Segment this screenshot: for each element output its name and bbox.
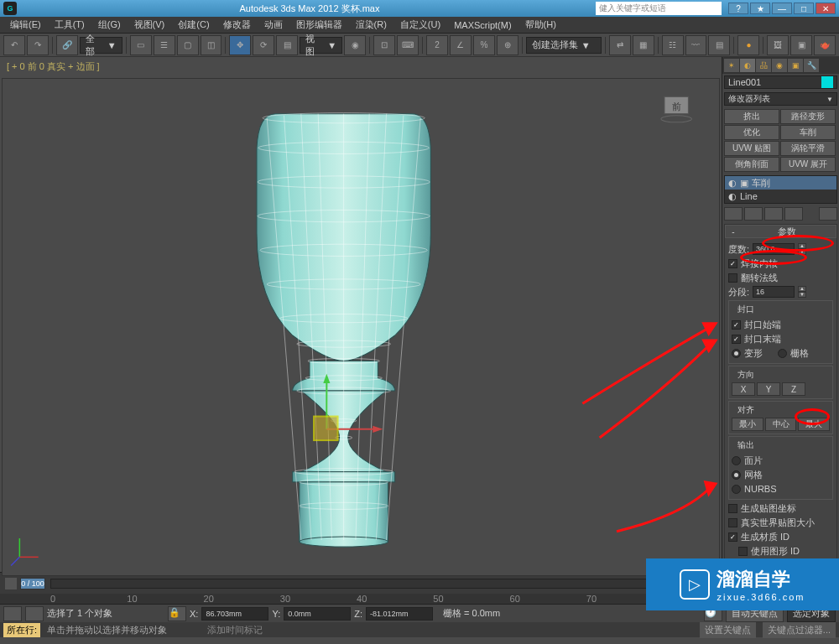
render-frame-button[interactable]: ▣ <box>790 35 812 55</box>
align-center-button[interactable]: 中心 <box>765 418 797 431</box>
degree-spin-buttons[interactable]: ▲▼ <box>798 243 806 255</box>
flip-normals-checkbox[interactable] <box>728 273 737 283</box>
align-max-button[interactable]: 最大 <box>798 418 830 431</box>
cap-end-checkbox[interactable]: ✓ <box>732 335 741 344</box>
help-search-input[interactable]: 健入关键字或短语 <box>596 2 722 15</box>
grid-radio[interactable] <box>778 349 787 358</box>
cap-start-checkbox[interactable]: ✓ <box>732 320 741 330</box>
select-button[interactable]: ▭ <box>130 35 152 55</box>
menu-grapheditor[interactable]: 图形编辑器 <box>289 18 349 31</box>
use-shapeid-checkbox[interactable] <box>738 547 748 556</box>
mod-lathe-button[interactable]: 车削 <box>780 125 836 140</box>
viewport-label[interactable]: [ + 0 前 0 真实 + 边面 ] <box>0 57 722 76</box>
modifier-stack[interactable]: ◐▣ 车削 ◐ Line <box>724 175 837 204</box>
mod-uvwunwrap-button[interactable]: UVW 展开 <box>780 157 836 172</box>
display-tab-icon[interactable]: ▣ <box>788 59 803 72</box>
modifier-list-combo[interactable]: 修改器列表 <box>724 92 837 106</box>
mod-uvwmap-button[interactable]: UVW 贴图 <box>724 141 779 156</box>
z-coord-input[interactable]: -81.012mm <box>366 607 433 621</box>
setkey-button[interactable]: 设置关键点 <box>700 622 756 638</box>
gen-mapping-checkbox[interactable] <box>728 504 737 513</box>
material-editor-button[interactable]: ● <box>737 35 759 55</box>
mod-turbosmooth-button[interactable]: 涡轮平滑 <box>780 141 836 156</box>
menu-tools[interactable]: 工具(T) <box>48 18 91 31</box>
selection-scope-combo[interactable]: 全部▼ <box>80 37 122 54</box>
params-rollout-header[interactable]: 参数 <box>725 225 836 238</box>
minimize-button[interactable]: — <box>772 3 792 14</box>
menu-view[interactable]: 视图(V) <box>128 18 172 31</box>
manip-button[interactable]: ⊡ <box>373 35 395 55</box>
menu-animation[interactable]: 动画 <box>258 18 289 31</box>
menu-help[interactable]: 帮助(H) <box>519 18 563 31</box>
ref-coord-combo[interactable]: 视图▼ <box>300 37 342 54</box>
weld-core-checkbox[interactable]: ✓ <box>728 259 737 268</box>
align-button[interactable]: ▦ <box>633 35 654 55</box>
layer-button[interactable]: ☷ <box>662 35 684 55</box>
menu-modifiers[interactable]: 修改器 <box>216 18 258 31</box>
render-setup-button[interactable]: 🖼 <box>767 35 789 55</box>
modstack-lathe-item[interactable]: ◐▣ 车削 <box>725 176 836 190</box>
real-world-checkbox[interactable] <box>728 518 737 527</box>
info-button[interactable]: ? <box>728 3 748 14</box>
axis-z-button[interactable]: Z <box>782 382 805 396</box>
pin-stack-button[interactable] <box>724 207 743 221</box>
axis-x-button[interactable]: X <box>732 382 755 396</box>
add-time-tag[interactable]: 添加时间标记 <box>207 624 263 636</box>
isolate-button[interactable] <box>25 606 44 621</box>
keyboard-button[interactable]: ⌨ <box>397 35 419 55</box>
mod-pathdeform-button[interactable]: 路径变形 <box>780 109 836 124</box>
maxscript-mini-button[interactable] <box>3 606 22 621</box>
utilities-tab-icon[interactable]: 🔧 <box>804 59 819 72</box>
curve-editor-button[interactable]: 〰 <box>685 35 707 55</box>
configure-sets-button[interactable] <box>819 207 837 221</box>
snap-percent-button[interactable]: % <box>473 35 495 55</box>
unique-button[interactable] <box>764 207 783 221</box>
menu-render[interactable]: 渲染(R) <box>349 18 393 31</box>
show-end-button[interactable] <box>744 207 763 221</box>
redo-button[interactable]: ↷ <box>27 35 49 55</box>
timeline-toggle-icon[interactable] <box>5 578 17 589</box>
segments-spinner[interactable]: 16 <box>753 286 795 298</box>
output-nurbs-radio[interactable] <box>732 485 741 494</box>
output-mesh-radio[interactable] <box>732 470 741 480</box>
render-button[interactable]: 🫖 <box>814 35 836 55</box>
gen-matid-checkbox[interactable]: ✓ <box>728 532 737 542</box>
star-button[interactable]: ★ <box>750 3 770 14</box>
select-name-button[interactable]: ☰ <box>154 35 175 55</box>
modstack-line-item[interactable]: ◐ Line <box>725 190 836 203</box>
menu-maxscript[interactable]: MAXScript(M) <box>447 20 518 30</box>
x-coord-input[interactable]: 86.703mm <box>201 607 268 621</box>
mod-optimize-button[interactable]: 优化 <box>724 125 779 140</box>
rotate-button[interactable]: ⟳ <box>253 35 274 55</box>
keyfilter-button[interactable]: 关键点过滤器... <box>763 622 836 638</box>
snap-angle-button[interactable]: ∠ <box>450 35 472 55</box>
menu-customize[interactable]: 自定义(U) <box>393 18 447 31</box>
modify-tab-icon[interactable]: ◐ <box>740 59 755 72</box>
menu-edit[interactable]: 编辑(E) <box>3 18 48 31</box>
snap-2d-button[interactable]: 2 <box>426 35 448 55</box>
window-crossing-button[interactable]: ◫ <box>201 35 222 55</box>
object-name-field[interactable]: Line001 <box>724 75 837 89</box>
menu-create[interactable]: 创建(C) <box>171 18 216 31</box>
morph-radio[interactable] <box>732 349 741 358</box>
axis-y-button[interactable]: Y <box>757 382 780 396</box>
hierarchy-tab-icon[interactable]: 品 <box>756 59 771 72</box>
object-color-swatch[interactable] <box>821 76 833 88</box>
lock-selection-button[interactable]: 🔒 <box>168 606 186 621</box>
mirror-button[interactable]: ⇄ <box>609 35 631 55</box>
named-selection-combo[interactable]: 创建选择集▼ <box>526 37 602 54</box>
segments-spin-buttons[interactable]: ▲▼ <box>798 286 806 298</box>
select-region-button[interactable]: ▢ <box>177 35 199 55</box>
y-coord-input[interactable]: 0.0mm <box>284 607 351 621</box>
maximize-button[interactable]: □ <box>794 3 814 14</box>
mod-bevelprofile-button[interactable]: 倒角剖面 <box>724 157 779 172</box>
pivot-button[interactable]: ◉ <box>344 35 366 55</box>
create-tab-icon[interactable]: ✶ <box>724 59 739 72</box>
spinner-snap-button[interactable]: ⊕ <box>497 35 519 55</box>
menu-group[interactable]: 组(G) <box>91 18 128 31</box>
link-button[interactable]: 🔗 <box>56 35 78 55</box>
align-min-button[interactable]: 最小 <box>732 418 763 431</box>
mod-extrude-button[interactable]: 挤出 <box>724 109 779 124</box>
frame-indicator[interactable]: 0 / 100 <box>20 578 45 589</box>
output-patch-radio[interactable] <box>732 456 741 465</box>
